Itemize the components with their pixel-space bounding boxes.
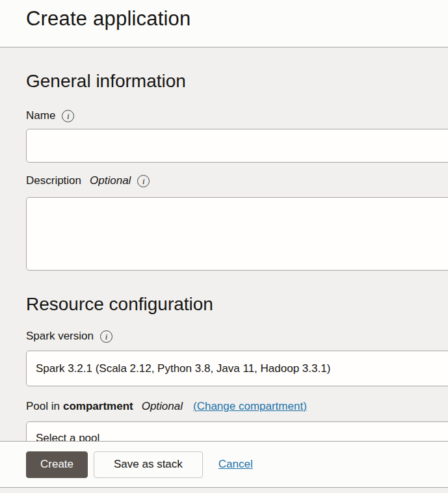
create-button[interactable]: Create bbox=[26, 451, 88, 478]
panel-header: Create application bbox=[0, 0, 448, 47]
cancel-link[interactable]: Cancel bbox=[218, 458, 253, 471]
name-label: Name bbox=[26, 109, 55, 122]
action-bar: Create Save as stack Cancel bbox=[0, 441, 448, 488]
spark-version-label: Spark version bbox=[26, 330, 94, 343]
info-icon[interactable]: i bbox=[62, 110, 74, 122]
info-icon[interactable]: i bbox=[137, 175, 150, 187]
save-as-stack-button[interactable]: Save as stack bbox=[94, 451, 203, 478]
resource-configuration-heading: Resource configuration bbox=[26, 294, 213, 315]
description-textarea[interactable] bbox=[26, 197, 448, 271]
name-input[interactable] bbox=[26, 129, 448, 163]
pool-compartment-name: compartment bbox=[63, 400, 133, 413]
pool-optional-label: Optional bbox=[142, 400, 183, 413]
description-optional-label: Optional bbox=[90, 174, 131, 187]
general-information-heading: General information bbox=[26, 71, 186, 92]
description-label-row: Description Optional i bbox=[26, 174, 150, 187]
page-title: Create application bbox=[26, 7, 191, 31]
description-label: Description bbox=[26, 174, 81, 187]
spark-version-label-row: Spark version i bbox=[26, 330, 112, 343]
pool-label-prefix: Pool in bbox=[26, 400, 60, 413]
info-icon[interactable]: i bbox=[100, 330, 112, 343]
spark-version-select[interactable]: Spark 3.2.1 (Scala 2.12, Python 3.8, Jav… bbox=[26, 351, 448, 386]
create-application-panel: Create application General information N… bbox=[0, 0, 448, 493]
pool-label-row: Pool in compartment Optional (Change com… bbox=[26, 400, 307, 413]
name-label-row: Name i bbox=[26, 109, 74, 122]
change-compartment-link[interactable]: (Change compartment) bbox=[193, 400, 307, 413]
spark-version-selected-value: Spark 3.2.1 (Scala 2.12, Python 3.8, Jav… bbox=[36, 362, 330, 375]
